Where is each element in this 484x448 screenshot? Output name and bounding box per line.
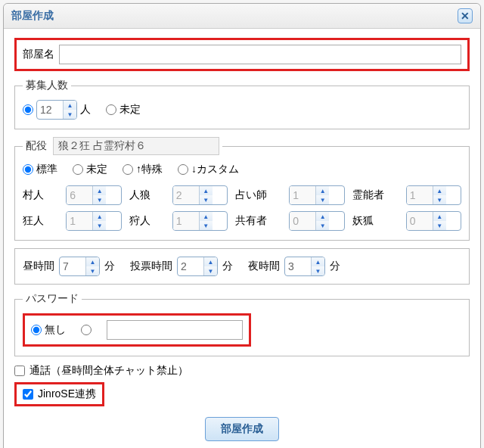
- jinrose-row[interactable]: JinroSE連携: [14, 382, 104, 406]
- password-set-radio[interactable]: [81, 325, 92, 335]
- night-time-label: 夜時間: [248, 260, 280, 273]
- night-time-unit: 分: [330, 260, 340, 273]
- close-button[interactable]: ✕: [458, 8, 473, 23]
- dialog-title: 部屋作成: [11, 9, 54, 23]
- spinner-down-icon[interactable]: ▼: [93, 221, 106, 230]
- roles-fieldset: 配役 狼２狂 占霊狩村６ 標準 未定 ↑特殊 ↓カスタム: [14, 137, 470, 241]
- password-none-option[interactable]: 無し: [31, 323, 66, 337]
- spinner-down-icon[interactable]: ▼: [64, 110, 76, 119]
- spinner-down-icon[interactable]: ▼: [86, 266, 99, 275]
- mason-label: 共有者: [235, 214, 281, 228]
- spinner-up-icon[interactable]: ▲: [200, 212, 213, 221]
- recruit-count-spinner[interactable]: ▲ ▼: [36, 100, 77, 120]
- day-time-input[interactable]: [60, 257, 85, 275]
- mason-spinner[interactable]: ▲▼: [289, 211, 344, 231]
- madman-input[interactable]: [67, 212, 92, 230]
- voice-row[interactable]: 通話（昼時間全体チャット禁止）: [14, 364, 470, 378]
- day-time-spinner[interactable]: ▲▼: [59, 257, 100, 276]
- spinner-up-icon[interactable]: ▲: [200, 186, 213, 195]
- spinner-up-icon[interactable]: ▲: [316, 186, 329, 195]
- hunter-spinner[interactable]: ▲▼: [172, 211, 228, 231]
- create-room-button[interactable]: 部屋作成: [205, 417, 279, 441]
- password-none-radio[interactable]: [31, 325, 42, 335]
- spinner-down-icon[interactable]: ▼: [433, 195, 446, 204]
- voice-checkbox[interactable]: [14, 366, 25, 376]
- recruit-undecided-option[interactable]: 未定: [106, 103, 141, 117]
- seer-spinner[interactable]: ▲▼: [289, 185, 344, 205]
- voice-label: 通話（昼時間全体チャット禁止）: [29, 364, 188, 378]
- fox-input[interactable]: [407, 212, 433, 230]
- room-create-dialog: 部屋作成 ✕ 部屋名 募集人数 ▲ ▼: [3, 3, 481, 448]
- recruit-undecided-radio[interactable]: [106, 104, 116, 115]
- recruit-count-option[interactable]: ▲ ▼ 人: [23, 100, 91, 120]
- vote-time-input[interactable]: [178, 257, 203, 275]
- jinrose-label: JinroSE連携: [38, 387, 96, 401]
- password-fieldset: パスワード 無し: [14, 292, 470, 356]
- password-legend: パスワード: [23, 292, 82, 306]
- password-set-option[interactable]: [81, 325, 92, 335]
- medium-input[interactable]: [407, 186, 433, 204]
- day-time-unit: 分: [104, 260, 115, 273]
- spinner-up-icon[interactable]: ▲: [64, 101, 76, 110]
- medium-spinner[interactable]: ▲▼: [406, 185, 461, 205]
- spinner-up-icon[interactable]: ▲: [93, 212, 106, 221]
- roles-custom-radio[interactable]: [178, 164, 188, 175]
- roles-legend: 配役 狼２狂 占霊狩村６: [23, 137, 222, 155]
- spinner-up-icon[interactable]: ▲: [86, 257, 99, 266]
- room-name-input[interactable]: [59, 45, 461, 64]
- spinner-down-icon[interactable]: ▼: [312, 266, 324, 275]
- spinner-down-icon[interactable]: ▼: [316, 221, 329, 230]
- werewolf-spinner[interactable]: ▲▼: [172, 185, 228, 205]
- recruit-legend: 募集人数: [23, 79, 71, 92]
- spinner-up-icon[interactable]: ▲: [312, 257, 324, 266]
- madman-label: 狂人: [23, 214, 58, 228]
- password-inner: 無し: [23, 313, 251, 347]
- madman-spinner[interactable]: ▲▼: [66, 211, 121, 231]
- recruit-undecided-label: 未定: [119, 103, 141, 117]
- spinner-up-icon[interactable]: ▲: [433, 186, 446, 195]
- recruit-count-radio[interactable]: [23, 104, 33, 115]
- dialog-body: 部屋名 募集人数 ▲ ▼ 人: [4, 29, 480, 448]
- night-time-input[interactable]: [285, 257, 311, 275]
- mason-input[interactable]: [290, 212, 315, 230]
- roles-special-option[interactable]: ↑特殊: [123, 163, 163, 176]
- recruit-fieldset: 募集人数 ▲ ▼ 人 未定: [14, 79, 470, 129]
- vote-time-spinner[interactable]: ▲▼: [177, 257, 218, 276]
- roles-standard-option[interactable]: 標準: [23, 163, 57, 176]
- werewolf-input[interactable]: [173, 186, 199, 204]
- spinner-down-icon[interactable]: ▼: [93, 195, 106, 204]
- seer-input[interactable]: [290, 186, 315, 204]
- night-time-spinner[interactable]: ▲▼: [284, 257, 325, 276]
- spinner-down-icon[interactable]: ▼: [433, 221, 446, 230]
- recruit-count-input[interactable]: [37, 101, 63, 119]
- medium-label: 霊能者: [352, 188, 399, 202]
- spinner-up-icon[interactable]: ▲: [204, 257, 217, 266]
- spinner-down-icon[interactable]: ▼: [200, 195, 213, 204]
- fox-label: 妖狐: [352, 214, 399, 228]
- spinner-down-icon[interactable]: ▼: [316, 195, 329, 204]
- roles-custom-option[interactable]: ↓カスタム: [178, 163, 239, 176]
- fox-spinner[interactable]: ▲▼: [406, 211, 461, 231]
- spinner-down-icon[interactable]: ▼: [200, 221, 213, 230]
- spinner-down-icon[interactable]: ▼: [204, 266, 217, 275]
- hunter-label: 狩人: [129, 214, 165, 228]
- spinner-up-icon[interactable]: ▲: [433, 212, 446, 221]
- hunter-input[interactable]: [173, 212, 199, 230]
- roles-standard-radio[interactable]: [23, 164, 33, 175]
- room-name-row: 部屋名: [14, 38, 470, 71]
- roles-special-radio[interactable]: [123, 164, 133, 175]
- day-time-label: 昼時間: [23, 260, 54, 273]
- villager-input[interactable]: [67, 186, 92, 204]
- spinner-up-icon[interactable]: ▲: [93, 186, 106, 195]
- roles-undecided-option[interactable]: 未定: [73, 163, 107, 176]
- time-box: 昼時間 ▲▼ 分 投票時間 ▲▼ 分 夜時間 ▲▼: [14, 248, 470, 285]
- werewolf-label: 人狼: [129, 188, 165, 202]
- room-name-label: 部屋名: [23, 48, 54, 61]
- password-input[interactable]: [107, 320, 243, 340]
- spinner-up-icon[interactable]: ▲: [316, 212, 329, 221]
- villager-spinner[interactable]: ▲▼: [66, 185, 121, 205]
- jinrose-checkbox[interactable]: [23, 389, 33, 400]
- roles-grid: 村人 ▲▼ 人狼 ▲▼ 占い師 ▲▼ 霊能者 ▲▼: [23, 185, 461, 231]
- roles-undecided-radio[interactable]: [73, 164, 83, 175]
- close-icon: ✕: [461, 10, 470, 22]
